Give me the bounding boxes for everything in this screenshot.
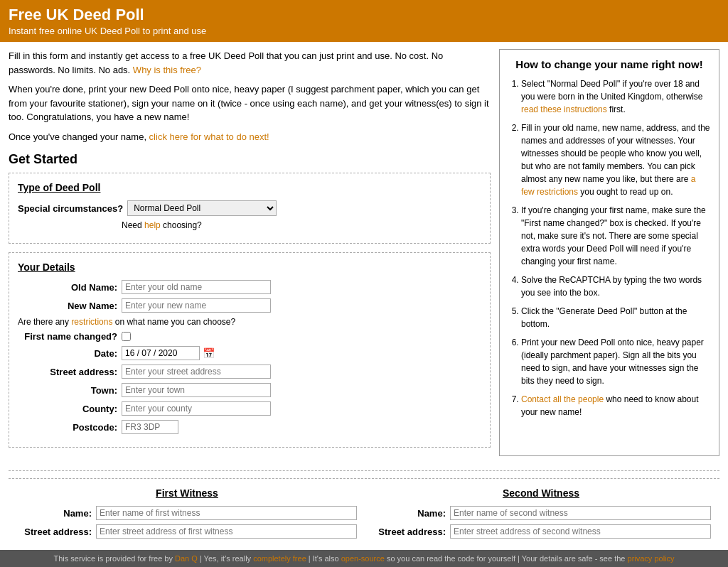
read-instructions-link[interactable]: read these instructions [521,104,607,114]
postcode-input[interactable] [122,420,178,434]
help-text: Need help choosing? [122,220,481,230]
how-to-step-1: Select "Normal Deed Poll" if you're over… [521,77,710,116]
second-witness-title: Second Witness [371,487,711,499]
first-witness-street-row: Street address: [17,524,357,539]
how-to-step-2: Fill in your old name, new name, address… [521,122,710,198]
how-to-step-7: Contact all the people who need to know … [521,393,710,418]
help-link[interactable]: help [144,220,161,230]
second-witness-block: Second Witness Name: Street address: [371,487,711,543]
street-label: Street address: [18,367,117,377]
old-name-input[interactable] [122,280,271,294]
how-to-step-4: Solve the ReCAPTCHA by typing the two wo… [521,274,710,299]
main-content: Fill in this form and instantly get acce… [0,42,728,463]
deed-type-select[interactable]: Normal Deed Poll Child Deed Poll Statuto… [127,200,277,216]
county-row: County: [18,401,481,416]
special-circumstances-row: Special circumstances? Normal Deed Poll … [18,200,481,216]
postcode-row: Postcode: [18,420,481,434]
second-witness-street-input[interactable] [450,524,711,539]
street-input[interactable] [122,364,271,379]
new-name-input[interactable] [122,298,271,313]
privacy-policy-link[interactable]: privacy policy [628,554,675,563]
page-title: Free UK Deed Poll [9,6,719,24]
restrictions-link[interactable]: restrictions [71,317,112,327]
first-witness-street-label: Street address: [17,526,92,537]
how-to-panel: How to change your name right now! Selec… [499,49,719,456]
first-witness-street-input[interactable] [96,524,357,539]
how-to-step-6: Print your new Deed Poll onto nice, heav… [521,336,710,387]
first-witness-name-input[interactable] [96,506,357,520]
second-witness-name-row: Name: [371,506,711,520]
intro-paragraph-1: Fill in this form and instantly get acce… [9,49,491,77]
postcode-label: Postcode: [18,422,117,433]
date-input[interactable] [122,346,200,360]
second-witness-street-label: Street address: [371,526,446,537]
new-name-row: New Name: [18,298,481,313]
dan-q-link[interactable]: Dan Q [175,554,198,563]
old-name-row: Old Name: [18,280,481,294]
second-witness-name-label: Name: [371,508,446,519]
second-witness-street-row: Street address: [371,524,711,539]
how-to-step-3: If you're changing your first name, make… [521,204,710,268]
click-here-link[interactable]: click here for what to do next! [149,131,269,142]
deed-type-title: Type of Deed Poll [18,182,481,193]
street-address-row: Street address: [18,364,481,379]
county-input[interactable] [122,401,271,416]
first-name-checkbox[interactable] [122,332,131,341]
restrictions-text: Are there any restrictions on what name … [18,317,481,327]
town-input[interactable] [122,383,271,397]
contact-all-link[interactable]: Contact all the people [521,394,604,404]
page-header: Free UK Deed Poll Instant free online UK… [0,0,728,42]
how-to-list: Select "Normal Deed Poll" if you're over… [508,77,710,418]
deed-type-section: Type of Deed Poll Special circumstances?… [9,173,491,244]
few-restrictions-link[interactable]: a few restrictions [521,174,695,197]
witnesses-divider [9,470,719,471]
intro-paragraph-2: When you're done, print your new Deed Po… [9,82,491,124]
page-footer: This service is provided for free by Dan… [0,550,728,567]
first-witness-block: First Witness Name: Street address: [17,487,357,543]
date-row: Date: 📅 [18,346,481,360]
town-label: Town: [18,385,117,396]
left-column: Fill in this form and instantly get acce… [9,49,491,456]
open-source-link[interactable]: open-source [341,554,385,563]
old-name-label: Old Name: [18,282,117,293]
why-free-link[interactable]: Why is this free? [133,65,201,75]
first-witness-name-label: Name: [17,508,92,519]
witnesses-section: First Witness Name: Street address: Seco… [9,478,719,550]
first-witness-title: First Witness [17,487,357,499]
town-row: Town: [18,383,481,397]
your-details-section: Your Details Old Name: New Name: Are the… [9,252,491,448]
date-label: Date: [18,348,117,359]
special-label: Special circumstances? [18,203,123,214]
new-name-label: New Name: [18,301,117,311]
first-name-label: First name changed? [18,331,117,342]
your-details-title: Your Details [18,261,481,273]
how-to-title: How to change your name right now! [508,58,710,70]
page-subtitle: Instant free online UK Deed Poll to prin… [9,26,719,36]
second-witness-name-input[interactable] [450,506,711,520]
how-to-step-5: Click the "Generate Deed Poll" button at… [521,305,710,330]
county-label: County: [18,404,117,414]
first-witness-name-row: Name: [17,506,357,520]
calendar-icon[interactable]: 📅 [203,347,215,359]
get-started-heading: Get Started [9,152,491,167]
first-name-changed-row: First name changed? [18,331,481,342]
intro-paragraph-3: Once you've changed your name, click her… [9,130,491,144]
completely-free-link[interactable]: completely free [253,554,306,563]
